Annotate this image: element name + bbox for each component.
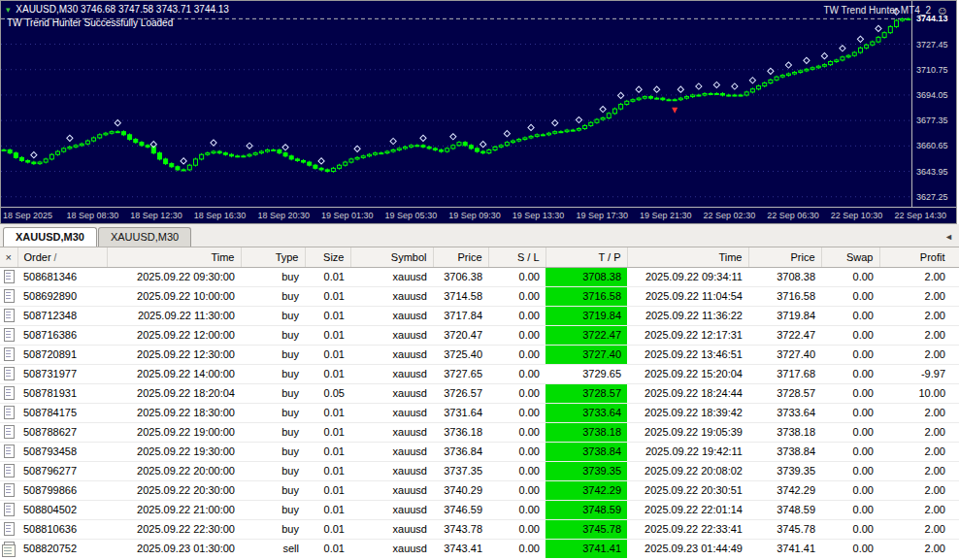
candlestick-plot[interactable] [1,1,911,208]
cell-profit: 2.00 [879,539,959,558]
cell-close-time: 2025.09.22 22:33:41 [627,519,748,539]
column-header-time[interactable]: Time [107,247,241,267]
cell-sl: 0.00 [488,442,546,461]
cell-close-price: 3719.84 [748,306,821,325]
history-row[interactable]: 5087886272025.09.22 19:00:00buy0.01xauus… [0,422,959,442]
cell-sl: 0.00 [488,519,546,539]
history-row[interactable]: 5087319772025.09.22 14:00:00buy0.01xauus… [0,364,959,383]
cell-price: 3731.64 [433,403,488,422]
history-row[interactable]: 5087998662025.09.22 20:30:00buy0.01xauus… [0,480,959,500]
cell-close-price: 3722.47 [748,325,821,345]
cell-close-price: 3727.40 [748,345,821,364]
cell-size: 0.01 [305,539,350,558]
tab-scroll-left-icon[interactable]: ◄ [944,232,953,247]
history-row[interactable]: 5086928902025.09.22 10:00:00buy0.01xauus… [0,286,959,306]
column-header-type[interactable]: Type [241,247,305,267]
price-axis-label: 3660.65 [916,141,948,150]
cell-profit: 2.00 [879,325,959,345]
history-body: 5086813462025.09.22 09:30:00buy0.01xauus… [0,267,959,558]
cell-price: 3736.84 [433,442,488,461]
cell-close-time: 2025.09.22 20:08:02 [627,461,748,480]
price-axis-label: 3727.45 [916,40,948,49]
column-header-price[interactable]: Price [433,247,488,267]
cell-icon [0,403,17,422]
cell-tp: 3745.78 [546,519,627,539]
cell-close-time: 2025.09.22 18:39:42 [627,403,748,422]
cell-tp: 3738.18 [546,422,627,442]
cell-type: buy [241,306,305,325]
cell-open-time: 2025.09.23 01:30:00 [107,539,241,558]
history-row[interactable]: 5086813462025.09.22 09:30:00buy0.01xauus… [0,267,959,286]
cell-swap: 0.00 [821,461,879,480]
cell-open-time: 2025.09.22 12:00:00 [107,325,241,345]
cell-open-time: 2025.09.22 10:00:00 [107,286,241,306]
cell-icon [0,306,17,325]
cell-tp: 3708.38 [546,267,627,286]
cell-profit: 2.00 [879,267,959,286]
cell-symbol: xauusd [350,461,433,480]
history-row[interactable]: 5087934582025.09.22 19:30:00buy0.01xauus… [0,442,959,461]
cell-profit: 2.00 [879,345,959,364]
history-row[interactable]: 5088106362025.09.22 22:30:00buy0.01xauus… [0,519,959,539]
cell-price: 3736.18 [433,422,488,442]
order-doc-icon [4,445,15,458]
cell-close-price: 3716.58 [748,286,821,306]
column-header-tp[interactable]: T / P [546,247,627,267]
price-axis-label: 3677.35 [916,115,948,125]
cell-tp: 3748.59 [546,500,627,519]
cell-price: 3725.40 [433,345,488,364]
tab-xauusd-m30-2[interactable]: XAUUSD,M30 [98,227,191,247]
cell-price: 3737.35 [433,461,488,480]
ea-smiley-icon[interactable]: ☺ [937,4,948,17]
order-doc-icon [4,425,15,439]
cell-type: buy [241,383,305,403]
column-header-price-close[interactable]: Price [748,247,821,267]
cell-symbol: xauusd [350,480,433,500]
cell-close-time: 2025.09.22 20:30:51 [627,480,748,500]
history-row[interactable]: 5087208912025.09.22 12:30:00buy0.01xauus… [0,345,959,364]
cell-profit: 2.00 [879,442,959,461]
column-header-swap-close[interactable]: Swap [821,247,879,267]
tab-xauusd-m30-active[interactable]: XAUUSD,M30 [3,227,97,247]
cell-price: 3714.58 [433,286,488,306]
cell-type: buy [241,442,305,461]
history-row[interactable]: 5088045022025.09.22 21:00:00buy0.01xauus… [0,500,959,519]
cell-size: 0.01 [305,442,350,461]
column-header-order[interactable]: Order / [17,247,107,267]
column-header-sl[interactable]: S / L [488,247,546,267]
price-axis-label: 3710.75 [916,65,948,75]
journal-icon[interactable] [2,544,16,557]
time-axis-label: 18 Sep 2025 [3,211,52,220]
cell-sl: 0.00 [488,345,546,364]
column-header-time-close[interactable]: Time [627,247,748,267]
column-header-symbol[interactable]: Symbol [350,247,433,267]
cell-type: buy [241,345,305,364]
cell-icon [0,325,17,345]
cell-size: 0.01 [305,325,350,345]
cell-symbol: xauusd [350,383,433,403]
chart-title: ▾ XAUUSD,M30 3746.68 3747.58 3743.71 374… [6,4,229,15]
cell-sl: 0.00 [488,461,546,480]
cell-close-time: 2025.09.22 11:04:54 [627,286,748,306]
cell-close-time: 2025.09.22 19:05:39 [627,422,748,442]
history-row[interactable]: 5087819312025.09.22 18:20:04buy0.05xauus… [0,383,959,403]
time-axis-label: 19 Sep 13:30 [513,211,565,220]
cell-open-time: 2025.09.22 21:00:00 [107,500,241,519]
cell-profit: 2.00 [879,403,959,422]
cell-order: 508796277 [17,461,107,480]
cell-open-time: 2025.09.22 14:00:00 [107,364,241,383]
cell-price: 3740.29 [433,480,488,500]
cell-type: buy [241,480,305,500]
history-row[interactable]: 5087962772025.09.22 20:00:00buy0.01xauus… [0,461,959,480]
history-row[interactable]: 5087841752025.09.22 18:30:00buy0.01xauus… [0,403,959,422]
cell-symbol: xauusd [350,325,433,345]
history-row[interactable]: 5087163862025.09.22 12:00:00buy0.01xauus… [0,325,959,345]
history-row[interactable]: 5087123482025.09.22 11:30:00buy0.01xauus… [0,306,959,325]
column-header-size[interactable]: Size [305,247,350,267]
cell-icon [0,461,17,480]
header-icon-cell: × [0,247,17,267]
close-icon[interactable]: × [6,251,12,263]
cell-size: 0.01 [305,306,350,325]
history-row[interactable]: 5088207522025.09.23 01:30:00sell0.01xauu… [0,539,959,558]
column-header-profit-close[interactable]: Profit [879,247,959,267]
